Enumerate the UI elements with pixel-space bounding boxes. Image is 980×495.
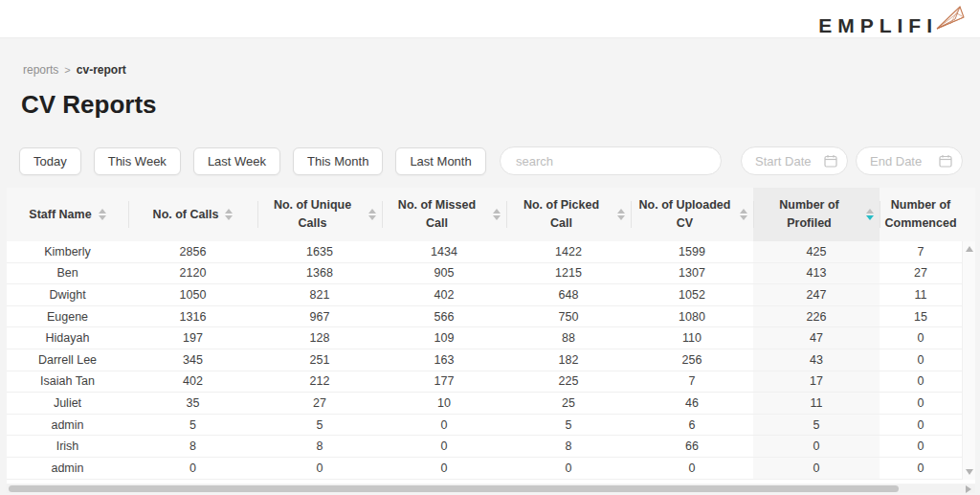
calendar-icon[interactable] [939,154,952,168]
staff-name-cell: Hidayah [7,327,128,349]
value-cell: 0 [880,436,962,457]
sort-icon [225,209,233,220]
value-cell: 27 [257,393,382,414]
value-cell: 402 [128,371,257,393]
value-cell: 1316 [128,306,257,327]
value-cell: 88 [506,327,631,349]
sort-icon [493,209,501,220]
value-cell: 163 [382,349,506,371]
column-label: Number of Commenced [885,196,957,233]
today-button[interactable]: Today [19,147,81,175]
column-label: No. of Uploaded CV [636,196,733,233]
last-month-button[interactable]: Last Month [395,147,485,175]
table-row: Eugene1316967566750108022615 [7,306,975,328]
column-label: No. of Calls [153,206,219,224]
app-bar: EMPLIFI [0,0,980,38]
value-cell: 0 [880,349,962,371]
column-label: No. of Unique Calls [263,196,362,233]
column-header-number-of-profiled[interactable]: Number of Profiled [753,188,880,241]
value-cell: 226 [753,306,880,327]
value-cell: 413 [753,263,880,284]
value-cell: 967 [257,306,382,327]
staff-name-cell: Eugene [7,306,128,327]
value-cell: 0 [128,458,257,479]
table-row: Dwight1050821402648105224711 [7,284,975,306]
column-header-no-of-picked-call[interactable]: No. of Picked Call [506,188,631,241]
this-month-button[interactable]: This Month [293,147,383,175]
search-input[interactable] [500,146,722,175]
start-date-input[interactable] [755,154,822,169]
value-cell: 11 [880,284,962,305]
vertical-scrollbar[interactable] [962,241,975,480]
value-cell: 648 [506,284,631,305]
value-cell: 345 [128,349,257,371]
column-header-staff-name[interactable]: Staff Name [7,188,128,241]
column-header-no-of-missed-call[interactable]: No. of Missed Call [382,188,506,241]
value-cell: 1080 [631,306,753,327]
staff-name-cell: Kimberly [7,241,128,262]
value-cell: 1599 [631,241,753,262]
table-row: Juliet3527102546110 [7,393,975,415]
table-row: Kimberly285616351434142215994257 [7,241,975,263]
value-cell: 2120 [128,263,257,284]
scroll-up-icon[interactable] [966,246,973,252]
value-cell: 7 [880,241,962,262]
scroll-right-icon[interactable] [966,485,971,493]
value-cell: 197 [128,327,257,349]
sort-icon [368,209,376,220]
value-cell: 109 [382,327,506,349]
value-cell: 5 [257,415,382,436]
value-cell: 905 [382,263,506,284]
end-date-input[interactable] [870,154,937,169]
value-cell: 8 [257,436,382,457]
value-cell: 8 [128,436,257,457]
value-cell: 1422 [506,241,631,262]
staff-name-cell: Juliet [7,393,128,414]
this-week-button[interactable]: This Week [94,147,181,175]
horizontal-scrollbar-thumb[interactable] [9,485,899,492]
value-cell: 177 [382,371,506,393]
sort-icon [99,209,106,220]
value-cell: 0 [880,415,962,436]
column-header-no-of-calls[interactable]: No. of Calls [128,188,257,241]
end-date-field[interactable] [856,146,963,175]
value-cell: 0 [382,415,506,436]
value-cell: 0 [631,458,753,479]
brand-logo[interactable]: EMPLIFI [818,4,967,42]
staff-name-cell: admin [7,415,128,436]
value-cell: 5 [753,415,880,436]
value-cell: 0 [506,458,631,479]
value-cell: 43 [753,349,880,371]
value-cell: 821 [257,284,382,305]
value-cell: 1635 [257,241,382,262]
value-cell: 0 [753,436,880,457]
calendar-icon[interactable] [824,154,837,168]
value-cell: 1368 [257,263,382,284]
header-scroll-gutter [962,188,975,241]
value-cell: 110 [631,327,753,349]
breadcrumb: reports>cv-report [23,63,126,77]
value-cell: 402 [382,284,506,305]
value-cell: 35 [128,393,257,414]
staff-name-cell: admin [7,458,128,479]
start-date-field[interactable] [741,146,848,175]
value-cell: 15 [880,306,962,327]
value-cell: 1307 [631,263,753,284]
column-header-no-of-unique-calls[interactable]: No. of Unique Calls [257,188,382,241]
scroll-down-icon[interactable] [966,469,973,475]
value-cell: 5 [128,415,257,436]
horizontal-scrollbar[interactable] [7,484,975,493]
brand-wordmark: EMPLIFI [818,10,938,42]
value-cell: 8 [506,436,631,457]
value-cell: 750 [506,306,631,327]
breadcrumb-parent-link[interactable]: reports [23,63,58,77]
value-cell: 46 [631,393,753,414]
sort-icon [866,209,874,220]
value-cell: 27 [880,263,962,284]
column-header-no-of-uploaded-cv[interactable]: No. of Uploaded CV [631,188,753,241]
last-week-button[interactable]: Last Week [193,147,280,175]
column-header-number-of-commenced[interactable]: Number of Commenced [880,188,962,241]
value-cell: 566 [382,306,506,327]
value-cell: 10 [382,393,506,414]
value-cell: 0 [382,458,506,479]
